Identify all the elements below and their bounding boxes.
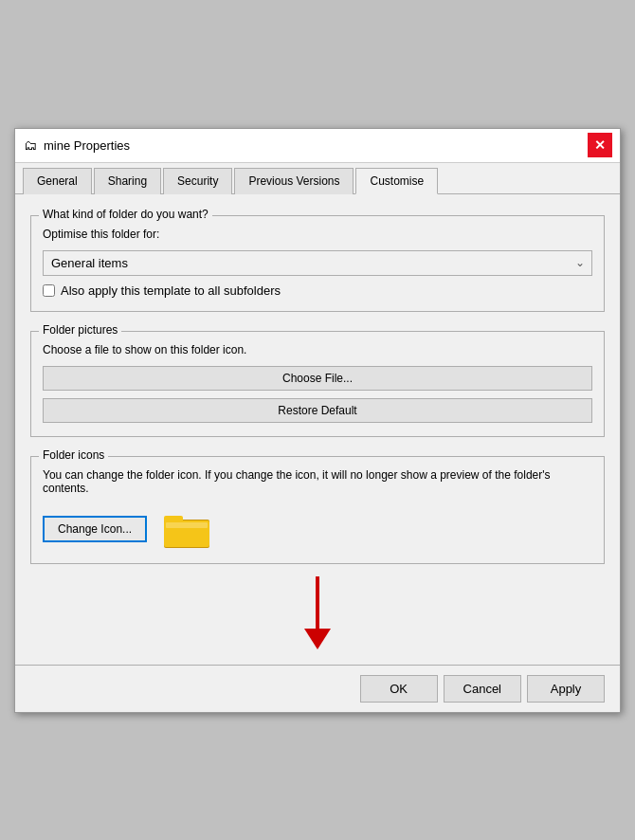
- folder-type-content: Optimise this folder for: General items …: [43, 228, 592, 298]
- folder-icons-desc: You can change the folder icon. If you c…: [43, 468, 592, 495]
- window-icon: 🗂: [23, 137, 38, 153]
- bottom-bar: OK Cancel Apply: [15, 665, 620, 712]
- folder-pictures-desc: Choose a file to show on this folder ico…: [43, 343, 592, 356]
- folder-pictures-content: Choose a file to show on this folder ico…: [43, 343, 592, 423]
- tab-security[interactable]: Security: [163, 168, 232, 194]
- folder-pictures-group: Folder pictures Choose a file to show on…: [30, 331, 605, 437]
- optimize-dropdown-wrapper: General items Documents Pictures Music V…: [43, 250, 592, 276]
- red-arrow: [304, 576, 331, 649]
- apply-button[interactable]: Apply: [527, 675, 605, 703]
- arrow-area: [30, 575, 605, 651]
- close-button[interactable]: ✕: [588, 133, 612, 157]
- folder-icons-group: Folder icons You can change the folder i…: [30, 456, 605, 564]
- change-icon-button[interactable]: Change Icon...: [43, 516, 147, 542]
- title-bar-left: 🗂 mine Properties: [23, 137, 130, 153]
- apply-template-row: Also apply this template to all subfolde…: [43, 283, 592, 298]
- folder-icons-group-label: Folder icons: [39, 448, 108, 462]
- folder-icon-area: Change Icon...: [43, 508, 592, 550]
- tab-previous-versions[interactable]: Previous Versions: [234, 168, 354, 194]
- optimize-label: Optimise this folder for:: [43, 228, 592, 241]
- restore-default-button[interactable]: Restore Default: [43, 398, 592, 423]
- apply-template-label: Also apply this template to all subfolde…: [61, 283, 281, 298]
- tab-customise[interactable]: Customise: [355, 168, 438, 194]
- tab-bar: General Sharing Security Previous Versio…: [15, 163, 620, 194]
- optimize-dropdown[interactable]: General items Documents Pictures Music V…: [43, 250, 592, 276]
- dialog-window: 🗂 mine Properties ✕ General Sharing Secu…: [14, 128, 621, 713]
- window-title: mine Properties: [44, 138, 130, 153]
- folder-type-group-label: What kind of folder do you want?: [39, 208, 212, 221]
- svg-rect-3: [166, 522, 208, 528]
- title-bar: 🗂 mine Properties ✕: [15, 129, 620, 163]
- ok-button[interactable]: OK: [360, 675, 438, 703]
- folder-preview-icon: [162, 508, 211, 550]
- folder-icons-content: You can change the folder icon. If you c…: [43, 468, 592, 550]
- content-area: What kind of folder do you want? Optimis…: [15, 194, 620, 665]
- arrow-line: [316, 576, 319, 629]
- folder-pictures-group-label: Folder pictures: [39, 323, 121, 337]
- arrow-head: [304, 629, 331, 649]
- apply-template-checkbox[interactable]: [43, 284, 55, 297]
- tab-general[interactable]: General: [23, 168, 92, 194]
- choose-file-button[interactable]: Choose File...: [43, 366, 592, 391]
- tab-sharing[interactable]: Sharing: [94, 168, 161, 194]
- folder-type-group: What kind of folder do you want? Optimis…: [30, 215, 605, 312]
- cancel-button[interactable]: Cancel: [444, 675, 521, 703]
